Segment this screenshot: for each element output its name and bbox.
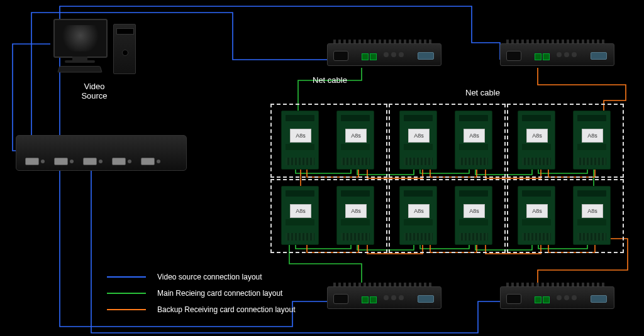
receiving-card-r1-c5: A8s — [573, 186, 611, 245]
card-chip-label: A8s — [526, 204, 548, 218]
card-header-strip — [522, 144, 551, 150]
legend-row-video: Video source connection layout — [107, 269, 295, 285]
dvi-port-icon — [591, 52, 607, 60]
power-plug-icon — [506, 51, 521, 61]
knob-icon — [572, 52, 577, 57]
sending-card-top-left — [327, 40, 440, 71]
receiving-card-r1-c1: A8s — [336, 186, 374, 245]
dvi-port-icon — [25, 158, 39, 165]
receiving-card-r1-c4: A8s — [518, 186, 555, 245]
rj45-port-icon — [543, 296, 550, 303]
knob-icon — [557, 295, 562, 300]
rj45-port-icon — [535, 296, 541, 303]
knob-icon — [384, 295, 389, 300]
card-chip-label: A8s — [582, 204, 603, 218]
receiving-card-r1-c2: A8s — [399, 186, 437, 245]
card-header-strip — [459, 144, 488, 150]
card-chip-label: A8s — [345, 129, 367, 143]
net-cable-label-right: Net cable — [465, 88, 500, 97]
card-chip-label: A8s — [290, 204, 311, 218]
legend-text-main: Main Recieing card connection layout — [157, 289, 282, 298]
sending-card-bottom-left — [327, 283, 440, 314]
receiving-card-r1-c3: A8s — [455, 186, 492, 245]
dvi-port-icon — [418, 52, 434, 60]
dvi-port-icon — [112, 158, 126, 165]
card-header-strip — [286, 144, 314, 150]
card-chip-label: A8s — [408, 204, 430, 218]
card-header-strip — [577, 219, 606, 225]
knob-icon — [391, 52, 396, 57]
card-chip-label: A8s — [345, 204, 367, 218]
receiving-card-r0-c4: A8s — [518, 111, 555, 170]
card-chip-label: A8s — [464, 204, 485, 218]
dvi-port-icon — [591, 295, 607, 303]
legend-row-main: Main Recieing card connection layout — [107, 285, 295, 301]
card-chip-label: A8s — [408, 129, 430, 143]
dvi-port-icon — [141, 158, 155, 165]
knob-icon — [399, 52, 404, 57]
monitor-icon — [53, 19, 108, 58]
dvi-port-icon — [54, 158, 68, 165]
rj45-port-icon — [535, 53, 541, 60]
knob-icon — [399, 295, 404, 300]
card-chip-label: A8s — [290, 129, 311, 143]
knob-icon — [391, 295, 396, 300]
knob-icon — [564, 52, 569, 57]
knob-icon — [572, 295, 577, 300]
rj45-port-icon — [362, 296, 369, 303]
card-header-strip — [341, 219, 370, 225]
rj45-port-icon — [543, 53, 550, 60]
video-source-label: Video Source — [66, 82, 123, 100]
receiving-card-r1-c0: A8s — [281, 186, 319, 245]
card-chip-label: A8s — [582, 129, 603, 143]
card-chip-label: A8s — [526, 129, 548, 143]
card-header-strip — [522, 219, 551, 225]
legend-row-backup: Backup Receiving card connection layout — [107, 301, 295, 318]
knob-icon — [557, 52, 562, 57]
power-plug-icon — [506, 294, 521, 304]
pc-tower-icon — [113, 24, 136, 74]
card-header-strip — [404, 219, 433, 225]
rj45-port-icon — [362, 53, 369, 60]
legend-swatch-backup — [107, 309, 146, 310]
rj45-port-icon — [370, 53, 377, 60]
power-plug-icon — [333, 51, 348, 61]
receiving-card-r0-c5: A8s — [573, 111, 611, 170]
sending-card-top-right — [500, 40, 613, 71]
legend-swatch-video — [107, 276, 146, 278]
knob-icon — [564, 295, 569, 300]
receiving-card-r0-c3: A8s — [455, 111, 492, 170]
legend-text-video: Video source connection layout — [157, 273, 262, 281]
video-splitter — [16, 135, 187, 171]
receiving-card-r0-c1: A8s — [336, 111, 374, 170]
monitor-base — [65, 60, 95, 63]
video-source-computer — [53, 19, 138, 82]
power-plug-icon — [333, 294, 348, 304]
legend-text-backup: Backup Receiving card connection layout — [157, 305, 295, 314]
rj45-port-icon — [370, 296, 377, 303]
card-header-strip — [577, 144, 606, 150]
diagram-stage: Video Source Net cable Net cable Video s… — [0, 0, 644, 336]
dvi-port-icon — [418, 295, 434, 303]
sending-card-bottom-right — [500, 283, 613, 314]
card-chip-label: A8s — [464, 129, 485, 143]
card-header-strip — [341, 144, 370, 150]
knob-icon — [384, 52, 389, 57]
net-cable-label-left: Net cable — [313, 75, 347, 85]
keyboard-icon — [57, 66, 103, 72]
dvi-port-icon — [83, 158, 97, 165]
legend: Video source connection layout Main Reci… — [107, 269, 295, 318]
card-header-strip — [404, 144, 433, 150]
receiving-card-r0-c2: A8s — [399, 111, 437, 170]
card-header-strip — [459, 219, 488, 225]
card-header-strip — [286, 219, 314, 225]
splitter-ports — [25, 158, 155, 165]
legend-swatch-main — [107, 293, 146, 294]
receiving-card-r0-c0: A8s — [281, 111, 319, 170]
